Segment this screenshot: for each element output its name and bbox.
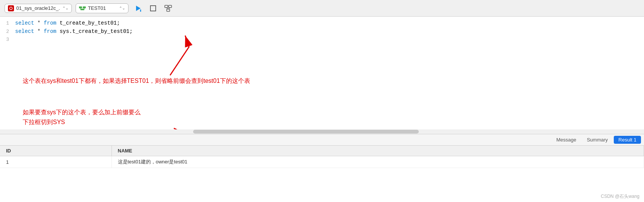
- schema-label: TEST01: [88, 5, 117, 11]
- oracle-icon: [8, 5, 14, 11]
- editor-area: 1 select * from t_create_by_test01; 2 se…: [0, 17, 644, 134]
- result-tabs: Message Summary Result 1: [0, 134, 644, 146]
- svg-rect-0: [8, 6, 14, 11]
- toolbar: 01_sys_oracle12c_. ⌃⌄ TEST01 ⌃⌄: [0, 0, 644, 17]
- line-number-1: 1: [0, 20, 15, 26]
- horizontal-scrollbar-thumb: [193, 130, 418, 134]
- column-header-name: NAME: [111, 146, 644, 156]
- connection-chevron-icon: ⌃⌄: [62, 6, 68, 10]
- schema-chevron-icon: ⌃⌄: [119, 6, 125, 10]
- svg-rect-2: [79, 6, 82, 8]
- svg-marker-8: [136, 6, 141, 11]
- line-content-2: select * from sys.t_create_by_test01;: [15, 28, 644, 34]
- connection-selector[interactable]: 01_sys_oracle12c_. ⌃⌄: [5, 4, 72, 13]
- connection-label: 01_sys_oracle12c_.: [16, 5, 60, 11]
- cell-name: 这是test01建的，owner是test01: [111, 156, 644, 168]
- run-button[interactable]: [132, 3, 144, 14]
- schema-selector[interactable]: TEST01 ⌃⌄: [76, 3, 128, 13]
- horizontal-scrollbar[interactable]: [0, 129, 644, 134]
- result-panel: Message Summary Result 1 ID NAME 1 这是tes…: [0, 134, 644, 202]
- svg-rect-3: [83, 6, 86, 8]
- stop-button[interactable]: [147, 3, 159, 14]
- svg-rect-10: [150, 6, 156, 11]
- result-table: ID NAME 1 这是test01建的，owner是test01: [0, 146, 644, 202]
- cell-id: 1: [0, 156, 111, 168]
- annotation-text-1: 这个表在sys和test01下都有，如果选择TEST01，则省略前缀会查到tes…: [23, 77, 250, 85]
- schema-icon: [79, 5, 86, 12]
- line-number-2: 2: [0, 29, 15, 34]
- column-header-id: ID: [0, 146, 111, 156]
- svg-rect-12: [169, 5, 172, 8]
- table-header-row: ID NAME: [0, 146, 644, 156]
- code-line-1: 1 select * from t_create_by_test01;: [0, 20, 644, 28]
- tab-result1[interactable]: Result 1: [614, 136, 641, 144]
- line-number-3: 3: [0, 37, 15, 42]
- table-row: 1 这是test01建的，owner是test01: [0, 156, 644, 168]
- watermark: CSDN @石头wang: [601, 193, 639, 200]
- code-line-3: 3: [0, 36, 644, 45]
- tab-summary[interactable]: Summary: [582, 136, 613, 144]
- svg-rect-11: [165, 5, 168, 8]
- main-container: 01_sys_oracle12c_. ⌃⌄ TEST01 ⌃⌄: [0, 0, 644, 202]
- code-line-2: 2 select * from sys.t_create_by_test01;: [0, 28, 644, 36]
- line-content-1: select * from t_create_by_test01;: [15, 20, 644, 26]
- tab-message[interactable]: Message: [552, 136, 581, 144]
- svg-rect-13: [167, 9, 170, 11]
- annotation-text-2: 如果要查sys下的这个表，要么加上前缀要么 下拉框切到SYS: [23, 107, 141, 127]
- explain-button[interactable]: [163, 3, 174, 14]
